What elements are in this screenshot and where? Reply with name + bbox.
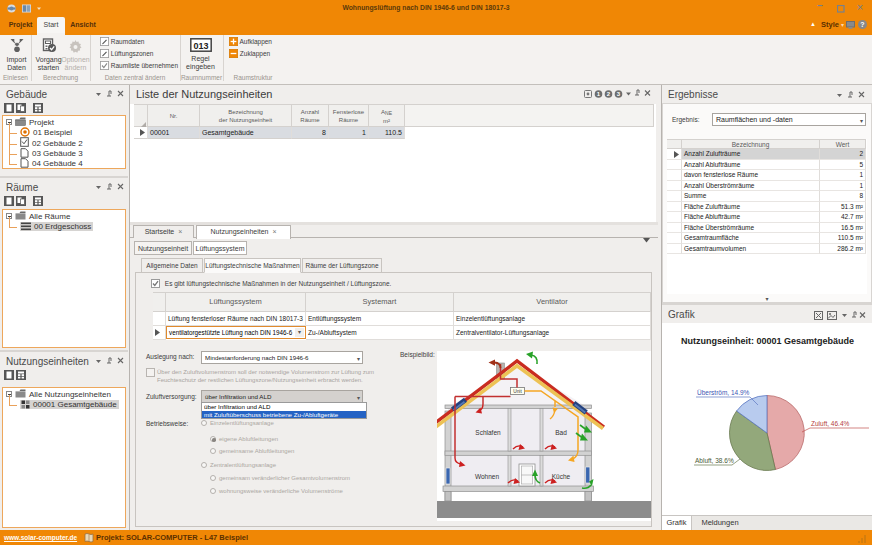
svg-text:Zuluft, 46.4%: Zuluft, 46.4%: [811, 420, 850, 427]
svg-text:Wohnen: Wohnen: [475, 473, 499, 480]
svg-text:Bad: Bad: [555, 429, 567, 436]
svg-text:Schlafen: Schlafen: [475, 429, 501, 436]
svg-text:Unit: Unit: [513, 389, 522, 394]
svg-text:013: 013: [193, 41, 208, 51]
svg-text:Küche: Küche: [552, 473, 571, 480]
svg-text:Abluft, 38.6%: Abluft, 38.6%: [695, 457, 734, 464]
svg-text:Überström, 14.9%: Überström, 14.9%: [697, 389, 750, 396]
